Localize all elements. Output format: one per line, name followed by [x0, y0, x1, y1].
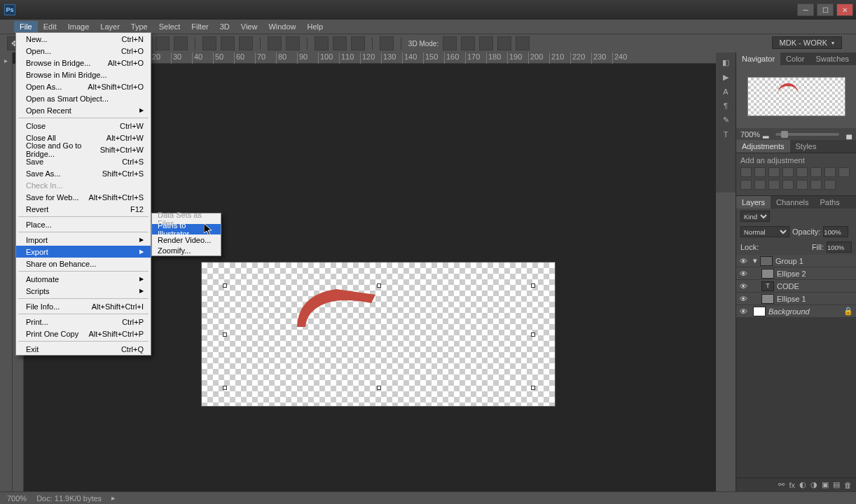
export-submenu-zoomify-[interactable]: Zoomify...: [152, 245, 221, 255]
zoom-slider[interactable]: [775, 133, 839, 136]
history-icon[interactable]: ▶: [723, 73, 729, 82]
layer-row[interactable]: 👁Background🔒: [736, 305, 856, 318]
file-menu-open-as-smart-object-[interactable]: Open as Smart Object...: [16, 92, 151, 104]
tab-adjustments[interactable]: Adjustments: [736, 140, 790, 153]
vibrance-icon[interactable]: [796, 167, 808, 177]
menu-3d[interactable]: 3D: [214, 21, 235, 32]
expand-tools-icon[interactable]: ▸: [1, 55, 11, 65]
distribute-spacing-h-icon[interactable]: [333, 36, 347, 50]
file-menu-open-[interactable]: Open...Ctrl+O: [16, 45, 151, 57]
minimize-button[interactable]: ─: [797, 4, 814, 16]
group-toggle-icon[interactable]: ▾: [753, 256, 757, 265]
selective-color-icon[interactable]: [824, 180, 836, 190]
menu-edit[interactable]: Edit: [38, 21, 62, 32]
file-menu-exit[interactable]: ExitCtrl+Q: [16, 343, 151, 355]
posterize-icon[interactable]: [782, 180, 794, 190]
layer-list[interactable]: 👁▾Group 1👁Ellipse 2👁TCODE👁Ellipse 1👁Back…: [736, 255, 856, 477]
fx-icon[interactable]: fx: [789, 481, 795, 489]
brush-icon[interactable]: ✎: [723, 115, 729, 125]
visibility-eye-icon[interactable]: 👁: [739, 282, 747, 290]
layer-row[interactable]: 👁Ellipse 1: [736, 293, 856, 305]
photo-filter-icon[interactable]: [838, 167, 850, 177]
3d-roll-icon[interactable]: [461, 36, 475, 50]
file-menu-browse-in-bridge-[interactable]: Browse in Bridge...Alt+Ctrl+O: [16, 57, 151, 69]
file-menu-share-on-behance-[interactable]: Share on Behance...: [16, 258, 151, 270]
filter-pixel-icon[interactable]: [773, 211, 782, 221]
blend-mode-select[interactable]: Normal: [740, 226, 789, 237]
status-arrow-icon[interactable]: ▸: [111, 493, 116, 503]
distribute-v-icon[interactable]: [286, 36, 300, 50]
file-menu-open-as-[interactable]: Open As...Alt+Shift+Ctrl+O: [16, 80, 151, 92]
menu-file[interactable]: File: [14, 21, 38, 32]
lock-transparent-icon[interactable]: [761, 243, 770, 251]
type-icon[interactable]: T: [724, 130, 729, 139]
document-canvas[interactable]: [202, 262, 555, 406]
character-icon[interactable]: A: [723, 88, 728, 96]
align-top-icon[interactable]: [202, 36, 216, 50]
menu-type[interactable]: Type: [125, 21, 153, 32]
file-menu-file-info-[interactable]: File Info...Alt+Shift+Ctrl+I: [16, 300, 151, 312]
visibility-eye-icon[interactable]: 👁: [739, 257, 747, 265]
tab-navigator[interactable]: Navigator: [736, 52, 780, 65]
new-layer-icon[interactable]: ▤: [833, 480, 840, 489]
3d-drag-icon[interactable]: [479, 36, 493, 50]
auto-align-icon[interactable]: [315, 36, 329, 50]
3d-rotate-icon[interactable]: [443, 36, 457, 50]
fill-input[interactable]: [827, 241, 852, 253]
file-menu-new-[interactable]: New...Ctrl+N: [16, 33, 151, 45]
menu-view[interactable]: View: [235, 21, 263, 32]
lock-all-icon[interactable]: [795, 243, 803, 251]
file-menu-close[interactable]: CloseCtrl+W: [16, 120, 151, 132]
levels-icon[interactable]: [754, 167, 766, 177]
threshold-icon[interactable]: [796, 180, 808, 190]
tab-styles[interactable]: Styles: [790, 140, 822, 153]
file-menu-import[interactable]: Import▶: [16, 234, 151, 246]
menu-filter[interactable]: Filter: [186, 21, 214, 32]
properties-icon[interactable]: ◧: [722, 58, 729, 67]
3d-scale-icon[interactable]: [516, 36, 530, 50]
layer-filter-kind[interactable]: Kind: [740, 211, 770, 222]
tab-color[interactable]: Color: [780, 52, 810, 65]
layer-row[interactable]: 👁TCODE: [736, 280, 856, 293]
filter-adjust-icon[interactable]: [785, 211, 795, 221]
maximize-button[interactable]: ☐: [817, 4, 834, 16]
export-submenu-paths-to-illustrator-[interactable]: Paths to Illustrator...: [152, 224, 221, 234]
distribute-spacing-v-icon[interactable]: [351, 36, 365, 50]
mask-icon[interactable]: ◐: [799, 480, 806, 489]
filter-shape-icon[interactable]: [810, 211, 820, 221]
layer-row[interactable]: 👁Ellipse 2: [736, 267, 856, 280]
hue-icon[interactable]: [810, 167, 822, 177]
bw-icon[interactable]: [824, 167, 836, 177]
file-menu-open-recent[interactable]: Open Recent▶: [16, 104, 151, 116]
tab-swatches[interactable]: Swatches: [810, 52, 855, 65]
status-doc-size[interactable]: Doc: 11.9K/0 bytes: [36, 494, 102, 503]
file-menu-print-[interactable]: Print...Ctrl+P: [16, 316, 151, 328]
navigator-zoom[interactable]: 700% ▂ ▄: [736, 128, 856, 140]
menu-window[interactable]: Window: [263, 21, 301, 32]
file-menu-browse-in-mini-bridge-[interactable]: Browse in Mini Bridge...: [16, 69, 151, 80]
align-right-icon[interactable]: [174, 36, 188, 50]
invert-icon[interactable]: [768, 180, 780, 190]
menu-select[interactable]: Select: [153, 21, 186, 32]
distribute-h-icon[interactable]: [268, 36, 282, 50]
navigator-preview[interactable]: [736, 65, 856, 128]
menu-help[interactable]: Help: [302, 21, 329, 32]
visibility-eye-icon[interactable]: 👁: [739, 295, 747, 303]
3d-slide-icon[interactable]: [497, 36, 511, 50]
zoom-out-icon[interactable]: ▂: [763, 130, 768, 139]
channel-mixer-icon[interactable]: [740, 180, 752, 190]
lut-icon[interactable]: [754, 180, 766, 190]
file-menu-save-as-[interactable]: Save As...Shift+Ctrl+S: [16, 167, 151, 179]
tab-layers[interactable]: Layers: [736, 196, 771, 209]
align-center-h-icon[interactable]: [156, 36, 170, 50]
curves-icon[interactable]: [768, 167, 780, 177]
status-zoom[interactable]: 700%: [7, 494, 27, 503]
brightness-icon[interactable]: [740, 167, 752, 177]
file-menu-print-one-copy[interactable]: Print One CopyAlt+Shift+Ctrl+P: [16, 328, 151, 340]
file-menu-export[interactable]: Export▶: [16, 246, 151, 258]
close-button[interactable]: ✕: [836, 4, 853, 16]
visibility-eye-icon[interactable]: 👁: [739, 307, 747, 316]
file-menu-close-and-go-to-bridge-[interactable]: Close and Go to Bridge...Shift+Ctrl+W: [16, 144, 151, 155]
menu-image[interactable]: Image: [62, 21, 95, 32]
new-group-icon[interactable]: ▣: [822, 480, 829, 489]
